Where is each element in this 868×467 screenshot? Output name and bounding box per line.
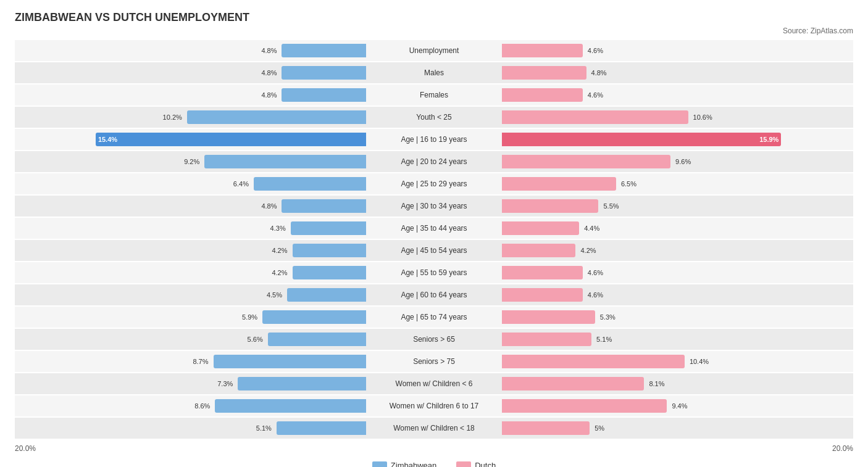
bar-right-container: 4.2% xyxy=(502,240,853,261)
value-left: 4.5% xyxy=(267,291,285,299)
value-left: 4.3% xyxy=(270,225,288,232)
legend-item-dutch: Dutch xyxy=(456,461,496,467)
chart-row: 5.9%Age | 65 to 74 years5.3% xyxy=(15,307,853,328)
source-line: Source: ZipAtlas.com xyxy=(15,27,853,35)
bar-left: 4.2% xyxy=(293,244,366,257)
row-label: Males xyxy=(366,68,502,77)
chart-row: 4.8%Age | 30 to 34 years5.5% xyxy=(15,196,853,217)
bar-right-container: 5.5% xyxy=(502,196,853,217)
bar-right-container: 8.1% xyxy=(502,373,853,394)
zimbabwean-swatch xyxy=(372,461,387,468)
row-label: Unemployment xyxy=(366,46,502,55)
row-label: Women w/ Children 6 to 17 xyxy=(366,402,502,410)
chart-row: 10.2%Youth < 2510.6% xyxy=(15,107,853,128)
bar-left: 4.2% xyxy=(293,266,366,279)
bar-left-container: 9.2% xyxy=(15,151,366,172)
value-left: 10.2% xyxy=(163,114,185,121)
value-left: 6.4% xyxy=(233,180,251,188)
row-label: Age | 55 to 59 years xyxy=(366,268,502,277)
bar-left-container: 4.3% xyxy=(15,218,366,239)
value-right: 15.9% xyxy=(757,136,778,143)
bar-left-container: 5.1% xyxy=(15,418,366,439)
bar-left: 6.4% xyxy=(254,177,366,191)
bar-left: 4.3% xyxy=(291,221,366,235)
value-right: 5.5% xyxy=(601,202,619,210)
row-label: Age | 20 to 24 years xyxy=(366,157,502,166)
bar-right: 6.5% xyxy=(502,177,616,191)
value-left: 4.8% xyxy=(261,202,279,210)
bar-right: 5.5% xyxy=(502,199,598,213)
bar-right-container: 4.6% xyxy=(502,284,853,305)
bar-right-container: 4.6% xyxy=(502,40,853,61)
chart-row: 4.3%Age | 35 to 44 years4.4% xyxy=(15,218,853,239)
chart-row: 4.2%Age | 45 to 54 years4.2% xyxy=(15,240,853,261)
bar-left-container: 4.5% xyxy=(15,284,366,305)
value-left: 5.1% xyxy=(256,424,274,432)
bar-left-container: 8.6% xyxy=(15,395,366,416)
bar-right: 4.6% xyxy=(502,266,583,279)
chart-row: 5.6%Seniors > 655.1% xyxy=(15,329,853,350)
value-right: 5.3% xyxy=(598,313,616,321)
value-left: 8.7% xyxy=(193,358,211,365)
legend-dutch-label: Dutch xyxy=(475,461,496,467)
value-right: 9.6% xyxy=(673,158,691,165)
bar-right: 10.6% xyxy=(502,110,688,124)
bar-right-container: 6.5% xyxy=(502,173,853,194)
chart-row: 9.2%Age | 20 to 24 years9.6% xyxy=(15,151,853,172)
bar-left: 4.8% xyxy=(282,44,366,57)
bar-left-container: 4.8% xyxy=(15,196,366,217)
bar-left: 4.8% xyxy=(282,88,366,102)
bar-right: 5.3% xyxy=(502,310,595,324)
chart-container: ZIMBABWEAN VS DUTCH UNEMPLOYMENT Source:… xyxy=(0,0,868,467)
value-left: 7.3% xyxy=(217,380,235,387)
bar-left: 4.8% xyxy=(282,66,366,80)
chart-row: 8.6%Women w/ Children 6 to 179.4% xyxy=(15,395,853,416)
value-left: 5.9% xyxy=(242,313,260,321)
value-right: 10.4% xyxy=(687,358,709,365)
bar-left-container: 4.2% xyxy=(15,262,366,283)
value-left: 4.8% xyxy=(261,47,279,54)
bar-right: 8.1% xyxy=(502,377,644,391)
bar-right: 4.6% xyxy=(502,44,583,57)
axis-row: 20.0% 20.0% xyxy=(15,441,853,456)
value-left: 8.6% xyxy=(194,402,212,410)
bar-left-container: 5.6% xyxy=(15,329,366,350)
bar-left: 8.6% xyxy=(215,399,366,413)
chart-row: 15.4%Age | 16 to 19 years15.9% xyxy=(15,129,853,150)
bar-right: 5.1% xyxy=(502,333,591,346)
row-label: Seniors > 75 xyxy=(366,357,502,366)
axis-left-val: 20.0% xyxy=(15,444,36,453)
chart-row: 4.8%Males4.8% xyxy=(15,62,853,83)
bar-left: 5.6% xyxy=(268,333,366,346)
row-label: Age | 60 to 64 years xyxy=(366,291,502,299)
value-right: 5.1% xyxy=(594,336,612,343)
row-label: Age | 45 to 54 years xyxy=(366,246,502,255)
bar-right: 15.9% xyxy=(502,133,781,146)
row-label: Age | 35 to 44 years xyxy=(366,224,502,233)
dutch-swatch xyxy=(456,461,471,468)
chart-row: 4.2%Age | 55 to 59 years4.6% xyxy=(15,262,853,283)
bar-left: 8.7% xyxy=(214,355,367,368)
value-left: 4.2% xyxy=(272,247,290,254)
bar-right-container: 5.1% xyxy=(502,329,853,350)
bar-right: 4.6% xyxy=(502,288,583,302)
row-label: Females xyxy=(366,91,502,99)
bar-right: 4.6% xyxy=(502,88,583,102)
row-label: Age | 16 to 19 years xyxy=(366,135,502,144)
bar-right-container: 10.6% xyxy=(502,107,853,128)
row-label: Women w/ Children < 6 xyxy=(366,379,502,388)
bar-left-container: 6.4% xyxy=(15,173,366,194)
bar-right: 10.4% xyxy=(502,355,685,368)
chart-row: 4.8%Unemployment4.6% xyxy=(15,40,853,61)
value-right: 5% xyxy=(592,424,604,432)
value-right: 6.5% xyxy=(619,180,636,188)
value-left: 15.4% xyxy=(98,136,120,143)
chart-row: 6.4%Age | 25 to 29 years6.5% xyxy=(15,173,853,194)
value-left: 4.8% xyxy=(261,91,279,99)
row-label: Women w/ Children < 18 xyxy=(366,424,502,432)
bar-right: 4.4% xyxy=(502,221,579,235)
bar-left: 4.8% xyxy=(282,199,366,213)
value-right: 10.6% xyxy=(691,114,712,121)
bar-right: 5% xyxy=(502,421,590,435)
legend-item-zimbabwean: Zimbabwean xyxy=(372,461,436,467)
